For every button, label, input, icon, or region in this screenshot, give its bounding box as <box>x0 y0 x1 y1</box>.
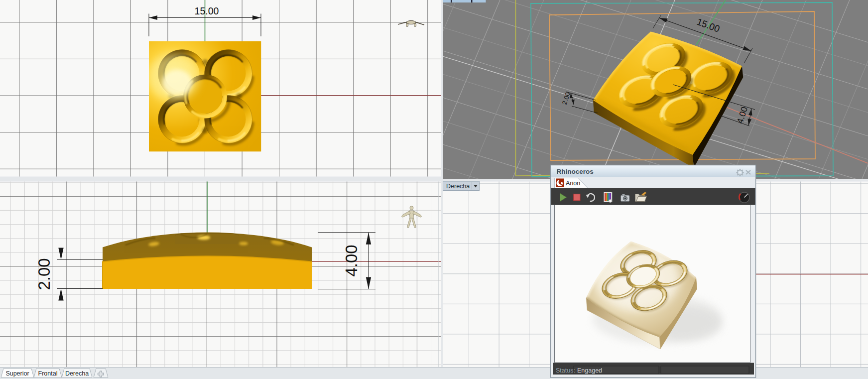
svg-text:Derecha: Derecha <box>65 370 89 377</box>
svg-text:Frontal: Frontal <box>38 370 58 377</box>
svg-text:Arion: Arion <box>566 180 580 187</box>
svg-text:Engaged: Engaged <box>577 367 602 374</box>
svg-text:4.00: 4.00 <box>342 245 361 276</box>
svg-text:Superior: Superior <box>5 370 29 377</box>
svg-text:Rhinoceros: Rhinoceros <box>557 168 594 175</box>
svg-text:Status:: Status: <box>556 367 575 374</box>
svg-text:15.00: 15.00 <box>195 5 219 16</box>
svg-text:Derecha: Derecha <box>446 183 470 190</box>
svg-text:2.00: 2.00 <box>35 258 53 290</box>
